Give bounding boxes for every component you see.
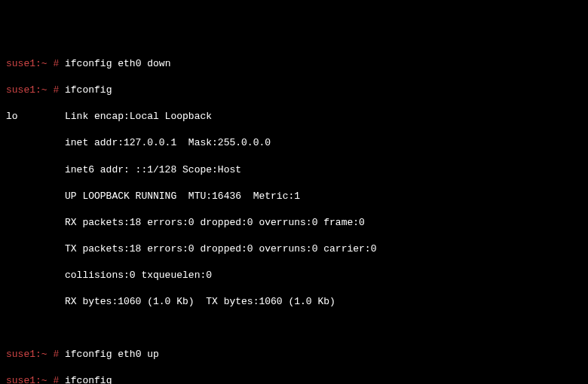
prompt-line-2[interactable]: suse1:~ # ifconfig	[6, 84, 582, 97]
output-line: inet addr:127.0.0.1 Mask:255.0.0.0	[6, 136, 582, 150]
prompt-line-4[interactable]: suse1:~ # ifconfig	[6, 374, 582, 384]
prompt-line-1[interactable]: suse1:~ # ifconfig eth0 down	[6, 57, 582, 71]
command-text: ifconfig	[59, 375, 112, 384]
command-text: ifconfig	[59, 84, 112, 96]
iface-name: lo	[6, 110, 65, 123]
output-line: RX packets:18 errors:0 dropped:0 overrun…	[6, 216, 582, 230]
command-text: ifconfig eth0 down	[59, 58, 170, 69]
output-line: collisions:0 txqueuelen:0	[6, 269, 582, 282]
output-line: inet6 addr: ::1/128 Scope:Host	[6, 163, 582, 177]
output-text: Link encap:Local Loopback	[65, 111, 212, 122]
prompt-host: suse1:~ #	[6, 375, 59, 384]
output-line: RX bytes:1060 (1.0 Kb) TX bytes:1060 (1.…	[6, 295, 582, 309]
output-line: UP LOOPBACK RUNNING MTU:16436 Metric:1	[6, 190, 582, 203]
iface-lo-header: loLink encap:Local Loopback	[6, 110, 582, 123]
prompt-line-3[interactable]: suse1:~ # ifconfig eth0 up	[6, 348, 582, 361]
prompt-host: suse1:~ #	[6, 84, 59, 96]
prompt-host: suse1:~ #	[6, 58, 59, 69]
blank-line	[6, 322, 582, 334]
output-line: TX packets:18 errors:0 dropped:0 overrun…	[6, 242, 582, 256]
command-text: ifconfig eth0 up	[59, 349, 159, 360]
prompt-host: suse1:~ #	[6, 349, 59, 360]
